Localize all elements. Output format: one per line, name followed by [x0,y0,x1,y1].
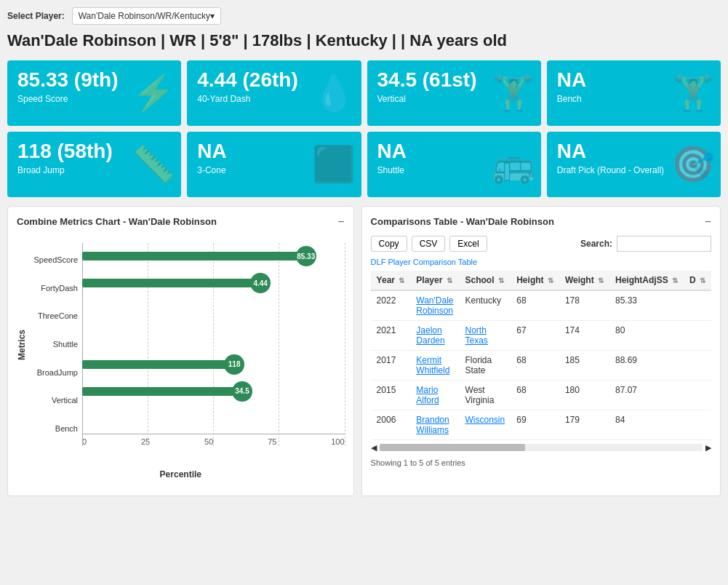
bar-broadjump: 118 [82,360,234,369]
cell-school: West Virginia [460,380,511,410]
x-label-50: 50 [204,437,213,446]
cell-height: 68 [511,290,559,321]
copy-button[interactable]: Copy [371,236,407,252]
bar-row-bench [82,405,345,431]
table-buttons-row: Copy CSV Excel Search: [371,236,711,252]
player-link[interactable]: Wan'Dale Robinson [416,295,453,316]
cell-heightadjss: 87.07 [609,380,684,410]
school-link[interactable]: Wisconsin [465,415,505,425]
bench-icon: 🏋 [671,76,715,111]
broad-jump-icon: 📏 [132,147,175,182]
card-three-cone: NA 3-Cone ⬛ [187,132,361,197]
school-link[interactable]: North Texas [465,325,488,346]
bar-row-fortydash: 4.44 [82,270,345,296]
player-link[interactable]: Mario Alford [416,385,439,405]
scroll-thumb[interactable] [380,444,525,451]
player-dropdown[interactable]: Wan'Dale Robinson/WR/Kentucky ▾ [72,7,221,25]
col-heightadjss[interactable]: HeightAdjSS ⇅ [609,271,684,290]
cell-height: 68 [511,350,559,380]
cell-school: Florida State [460,350,511,380]
scroll-right-arrow[interactable]: ▶ [705,443,711,453]
scroll-track [380,444,703,451]
cell-school: North Texas [460,320,511,350]
chart-panel-header: Combine Metrics Chart - Wan'Dale Robinso… [17,215,345,228]
player-link[interactable]: Kermit Whitfield [416,355,449,375]
cell-d [684,290,711,321]
cell-heightadjss: 80 [609,320,684,350]
scroll-arrows-row: ◀ ▶ [371,443,711,453]
table-scroll-bar-area: ◀ ▶ [371,443,711,453]
card-vertical: 34.5 (61st) Vertical 🏋 [367,60,541,126]
chart-bars-area: 85.33 4.44 [82,243,345,446]
x-label-25: 25 [141,437,150,446]
search-input[interactable] [617,236,711,252]
scroll-left-arrow[interactable]: ◀ [371,443,377,453]
cell-year: 2022 [371,290,411,321]
comparisons-table: Year ⇅ Player ⇅ School ⇅ Height ⇅ Weight… [371,271,711,440]
table-scroll-container[interactable]: Year ⇅ Player ⇅ School ⇅ Height ⇅ Weight… [371,271,711,440]
col-school[interactable]: School ⇅ [460,271,511,290]
chart-area: Metrics SpeedScore FortyDash ThreeCone S… [17,236,345,487]
table-row: 2015 Mario Alford West Virginia 68 180 8… [371,380,711,410]
bar-speedscore: 85.33 [82,252,306,260]
cell-height: 67 [511,320,559,350]
excel-button[interactable]: Excel [449,236,487,252]
cell-year: 2021 [371,320,411,350]
page-wrapper: Select Player: Wan'Dale Robinson/WR/Kent… [0,0,728,504]
chart-minimize-button[interactable]: − [337,215,344,228]
col-weight[interactable]: Weight ⇅ [559,271,609,290]
card-shuttle: NA Shuttle 🚌 [367,132,541,197]
bar-row-vertical: 34.5 [82,378,345,405]
csv-button[interactable]: CSV [412,236,446,252]
bar-dot-speedscore: 85.33 [296,246,316,266]
cell-player: Jaelon Darden [410,320,459,350]
chart-x-labels: 0 25 50 75 100 [82,437,345,446]
chart-y-label-fortydash: FortyDash [30,284,82,292]
chevron-down-icon: ▾ [210,11,215,21]
chart-y-label-broadjump: BroadJump [30,368,82,377]
height-sort-icon: ⇅ [548,276,553,284]
player-dropdown-value: Wan'Dale Robinson/WR/Kentucky [79,11,210,21]
cell-player: Brandon Williams [410,410,459,439]
player-title: Wan'Dale Robinson | WR | 5'8" | 178lbs |… [7,31,721,52]
search-label: Search: [580,239,612,249]
cards-grid: 85.33 (9th) Speed Score ⚡ 4.44 (26th) 40… [7,60,721,197]
player-sort-icon: ⇅ [447,276,452,284]
cell-d [684,410,711,439]
chart-y-labels: SpeedScore FortyDash ThreeCone Shuttle B… [30,243,82,446]
cell-heightadjss: 88.69 [609,350,684,380]
bar-dot-broadjump: 118 [224,354,244,375]
player-link[interactable]: Brandon Williams [416,415,449,435]
bar-dot-vertical: 34.5 [232,381,252,402]
col-year[interactable]: Year ⇅ [371,271,411,290]
draft-pick-icon: 🎯 [671,147,715,182]
vertical-icon: 🏋 [492,76,535,111]
table-header-row: Year ⇅ Player ⇅ School ⇅ Height ⇅ Weight… [371,271,711,290]
bar-row-speedscore: 85.33 [82,243,345,269]
comparisons-minimize-button[interactable]: − [705,215,711,228]
table-head: Year ⇅ Player ⇅ School ⇅ Height ⇅ Weight… [371,271,711,290]
cell-year: 2006 [371,410,411,439]
speed-icon: ⚡ [132,76,175,111]
col-height[interactable]: Height ⇅ [511,271,559,290]
dash-icon: 💧 [312,76,356,111]
chart-y-label-bench: Bench [30,424,82,433]
col-player[interactable]: Player ⇅ [410,271,459,290]
chart-x-title: Percentile [17,469,345,479]
cell-weight: 178 [559,290,609,321]
table-body: 2022 Wan'Dale Robinson Kentucky 68 178 8… [371,290,711,440]
table-row: 2017 Kermit Whitfield Florida State 68 1… [371,350,711,380]
bar-vertical: 34.5 [82,387,242,396]
cell-heightadjss: 84 [609,410,684,439]
player-link[interactable]: Jaelon Darden [416,325,444,346]
bar-row-broadjump: 118 [82,351,345,378]
weight-sort-icon: ⇅ [598,276,604,284]
cell-year: 2015 [371,380,411,410]
chart-x-axis-line [82,434,345,434]
col-d[interactable]: D ⇅ [684,271,711,290]
card-forty-dash: 4.44 (26th) 40-Yard Dash 💧 [187,60,361,126]
chart-y-title: Metrics [17,243,27,446]
cell-d [684,350,711,380]
card-draft-pick: NA Draft Pick (Round - Overall) 🎯 [547,132,721,197]
card-speed-score: 85.33 (9th) Speed Score ⚡ [7,60,181,126]
